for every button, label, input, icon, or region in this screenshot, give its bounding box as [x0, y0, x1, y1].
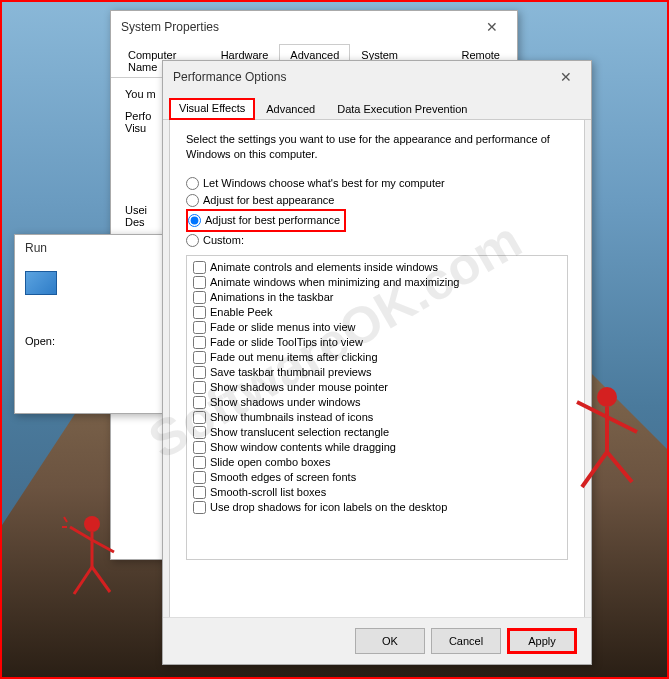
check-label: Show thumbnails instead of icons — [210, 411, 373, 423]
mascot-figure-right — [567, 382, 647, 502]
sysprops-title: System Properties — [121, 20, 477, 34]
checkbox-input[interactable] — [193, 426, 206, 439]
svg-line-4 — [582, 452, 607, 487]
run-titlebar[interactable]: Run — [15, 235, 163, 261]
checkbox-input[interactable] — [193, 351, 206, 364]
check-item[interactable]: Animate windows when minimizing and maxi… — [191, 275, 563, 290]
svg-point-6 — [84, 516, 100, 532]
check-item[interactable]: Fade or slide ToolTips into view — [191, 335, 563, 350]
checkbox-input[interactable] — [193, 306, 206, 319]
check-item[interactable]: Show shadows under windows — [191, 395, 563, 410]
checkbox-input[interactable] — [193, 456, 206, 469]
svg-line-11 — [92, 567, 110, 592]
check-item[interactable]: Fade out menu items after clicking — [191, 350, 563, 365]
radio-label: Adjust for best appearance — [203, 194, 334, 206]
svg-line-5 — [607, 452, 632, 482]
run-title: Run — [25, 241, 153, 255]
check-item[interactable]: Smooth-scroll list boxes — [191, 485, 563, 500]
run-dialog-window: Run Open: — [14, 234, 164, 414]
perfopts-radio-group: Let Windows choose what's best for my co… — [186, 175, 568, 249]
run-program-icon — [25, 271, 57, 295]
checkbox-input[interactable] — [193, 321, 206, 334]
radio-input[interactable] — [186, 234, 199, 247]
checkbox-input[interactable] — [193, 276, 206, 289]
check-label: Fade or slide ToolTips into view — [210, 336, 363, 348]
radio-custom[interactable]: Custom: — [186, 232, 568, 249]
check-label: Show shadows under windows — [210, 396, 360, 408]
visual-effects-checklist[interactable]: Animate controls and elements inside win… — [186, 255, 568, 560]
cancel-button[interactable]: Cancel — [431, 628, 501, 654]
checkbox-input[interactable] — [193, 381, 206, 394]
apply-button[interactable]: Apply — [507, 628, 577, 654]
svg-line-10 — [74, 567, 92, 594]
check-item[interactable]: Smooth edges of screen fonts — [191, 470, 563, 485]
radio-input[interactable] — [186, 194, 199, 207]
check-label: Smooth edges of screen fonts — [210, 471, 356, 483]
checkbox-input[interactable] — [193, 471, 206, 484]
checkbox-input[interactable] — [193, 486, 206, 499]
close-icon[interactable]: ✕ — [477, 17, 507, 37]
check-item[interactable]: Enable Peek — [191, 305, 563, 320]
radio-best-appearance[interactable]: Adjust for best appearance — [186, 192, 568, 209]
check-label: Animate windows when minimizing and maxi… — [210, 276, 459, 288]
check-label: Show window contents while dragging — [210, 441, 396, 453]
check-item[interactable]: Show translucent selection rectangle — [191, 425, 563, 440]
check-label: Fade out menu items after clicking — [210, 351, 378, 363]
perfopts-button-row: OK Cancel Apply — [163, 617, 591, 664]
radio-input[interactable] — [186, 177, 199, 190]
sysprops-titlebar[interactable]: System Properties ✕ — [111, 11, 517, 43]
check-item[interactable]: Use drop shadows for icon labels on the … — [191, 500, 563, 515]
close-icon[interactable]: ✕ — [551, 67, 581, 87]
check-label: Save taskbar thumbnail previews — [210, 366, 371, 378]
run-body: Open: — [15, 261, 163, 357]
check-label: Smooth-scroll list boxes — [210, 486, 326, 498]
mascot-figure-left — [62, 512, 122, 602]
radio-windows-choose[interactable]: Let Windows choose what's best for my co… — [186, 175, 568, 192]
checkbox-input[interactable] — [193, 501, 206, 514]
check-item[interactable]: Fade or slide menus into view — [191, 320, 563, 335]
perfopts-description: Select the settings you want to use for … — [186, 132, 568, 163]
svg-line-3 — [607, 417, 637, 432]
perfopts-titlebar[interactable]: Performance Options ✕ — [163, 61, 591, 93]
check-label: Show translucent selection rectangle — [210, 426, 389, 438]
ok-button[interactable]: OK — [355, 628, 425, 654]
radio-best-performance[interactable]: Adjust for best performance — [188, 212, 340, 229]
radio-label: Custom: — [203, 234, 244, 246]
radio-label: Adjust for best performance — [205, 214, 340, 226]
checkbox-input[interactable] — [193, 441, 206, 454]
perfopts-tabs: Visual Effects Advanced Data Execution P… — [163, 93, 591, 120]
checkbox-input[interactable] — [193, 261, 206, 274]
checkbox-input[interactable] — [193, 291, 206, 304]
check-label: Fade or slide menus into view — [210, 321, 356, 333]
svg-point-0 — [597, 387, 617, 407]
checkbox-input[interactable] — [193, 411, 206, 424]
check-item[interactable]: Show shadows under mouse pointer — [191, 380, 563, 395]
check-item[interactable]: Slide open combo boxes — [191, 455, 563, 470]
check-label: Animate controls and elements inside win… — [210, 261, 438, 273]
check-item[interactable]: Animate controls and elements inside win… — [191, 260, 563, 275]
check-item[interactable]: Animations in the taskbar — [191, 290, 563, 305]
svg-line-9 — [92, 540, 114, 552]
check-label: Show shadows under mouse pointer — [210, 381, 388, 393]
performance-options-window: Performance Options ✕ Visual Effects Adv… — [162, 60, 592, 665]
check-item[interactable]: Show window contents while dragging — [191, 440, 563, 455]
check-item[interactable]: Show thumbnails instead of icons — [191, 410, 563, 425]
checkbox-input[interactable] — [193, 396, 206, 409]
perfopts-content: Select the settings you want to use for … — [169, 120, 585, 618]
tab-dep[interactable]: Data Execution Prevention — [326, 98, 478, 120]
perfopts-title: Performance Options — [173, 70, 551, 84]
check-label: Enable Peek — [210, 306, 272, 318]
run-open-label: Open: — [25, 335, 153, 347]
checkbox-input[interactable] — [193, 366, 206, 379]
checkbox-input[interactable] — [193, 336, 206, 349]
svg-line-12 — [64, 517, 67, 522]
tab-visual-effects[interactable]: Visual Effects — [169, 98, 255, 120]
check-item[interactable]: Save taskbar thumbnail previews — [191, 365, 563, 380]
tab-advanced-perf[interactable]: Advanced — [255, 98, 326, 120]
check-label: Animations in the taskbar — [210, 291, 334, 303]
check-label: Slide open combo boxes — [210, 456, 330, 468]
radio-label: Let Windows choose what's best for my co… — [203, 177, 445, 189]
check-label: Use drop shadows for icon labels on the … — [210, 501, 447, 513]
radio-input[interactable] — [188, 214, 201, 227]
